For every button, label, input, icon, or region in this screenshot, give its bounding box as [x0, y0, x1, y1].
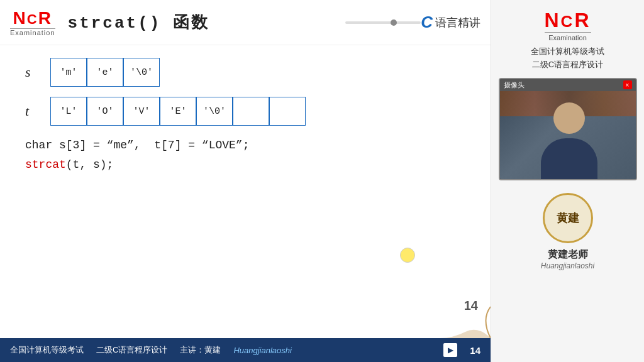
array-t-label: t	[25, 103, 50, 119]
header-logo: NCR Examination	[10, 8, 55, 36]
camera-title: 摄像头	[504, 80, 525, 90]
footer-page: 14	[470, 345, 480, 356]
code-section: char s[3] = “me”, t[7] = “LOVE”; strcat(…	[25, 136, 472, 174]
logo-ncr: NCR	[13, 8, 52, 28]
cell-t-4: '\0'	[196, 97, 233, 126]
avatar: 黄建	[543, 193, 593, 243]
play-button[interactable]	[443, 343, 457, 357]
avatar-section: 黄建 黄建老师 Huangjianlaoshi	[541, 193, 594, 270]
footer-text1: 全国计算机等级考试	[10, 344, 84, 356]
camera-close-button[interactable]: ×	[623, 80, 632, 89]
camera-feed	[500, 91, 637, 179]
cursor-indicator	[400, 248, 415, 263]
person-head	[553, 102, 585, 134]
cell-s-1: 'e'	[87, 58, 123, 87]
brand-c: C	[421, 13, 433, 32]
cell-s-0: 'm'	[50, 58, 87, 87]
array-s-cells: 'm' 'e' '\0'	[50, 58, 160, 87]
header: NCR Examination strcat() 函数 C 语言精讲	[0, 0, 491, 45]
footer-text3: 主讲：黄建	[180, 344, 221, 356]
header-title: strcat() 函数	[68, 11, 333, 33]
person-body	[541, 138, 597, 179]
teacher-name-en: Huangjianlaoshi	[541, 261, 594, 270]
brand-right: C 语言精讲	[421, 13, 480, 32]
camera-section: 摄像头 ×	[499, 78, 637, 180]
camera-titlebar: 摄像头 ×	[500, 79, 636, 91]
cell-t-0: 'L'	[50, 97, 87, 126]
sidebar-logo: NCR Examination	[545, 9, 591, 41]
sidebar: NCR Examination 全国计算机等级考试 二级C语言程序设计 摄像头 …	[491, 0, 644, 362]
sidebar-subtitle-line1: 全国计算机等级考试	[531, 45, 604, 58]
logo-examination: Examination	[10, 28, 55, 36]
code-line1: char s[3] = “me”, t[7] = “LOVE”;	[25, 136, 472, 155]
cell-t-6	[269, 97, 306, 126]
avatar-text: 黄建	[557, 211, 579, 226]
footer: 全国计算机等级考试 二级C语言程序设计 主讲：黄建 Huangjianlaosh…	[0, 338, 491, 362]
array-t-row: t 'L' 'O' 'V' 'E' '\0'	[25, 97, 472, 126]
brand-text: 语言精讲	[435, 15, 480, 30]
cell-s-2: '\0'	[123, 58, 160, 87]
content-area: s 'm' 'e' '\0' t 'L' 'O' 'V' 'E' '\0'	[0, 45, 491, 338]
slider-thumb[interactable]	[391, 19, 397, 26]
code-line2: strcat(t, s);	[25, 155, 472, 175]
array-s-row: s 'm' 'e' '\0'	[25, 58, 472, 87]
footer-text4: Huangjianlaoshi	[233, 346, 292, 355]
cell-t-2: 'V'	[123, 97, 160, 126]
code-strcat: strcat	[25, 158, 66, 171]
sidebar-logo-exam: Examination	[545, 32, 591, 41]
cell-t-5	[233, 97, 269, 126]
sidebar-subtitle-line2: 二级C语言程序设计	[531, 58, 604, 72]
footer-text2: 二级C语言程序设计	[96, 344, 167, 356]
sidebar-logo-ncr: NCR	[545, 9, 591, 32]
cell-t-1: 'O'	[87, 97, 123, 126]
array-s-label: s	[25, 64, 50, 80]
sidebar-subtitle: 全国计算机等级考试 二级C语言程序设计	[531, 45, 604, 72]
progress-slider[interactable]	[345, 21, 421, 24]
teacher-name: 黄建老师	[548, 248, 588, 261]
page-curl	[440, 288, 491, 338]
cell-t-3: 'E'	[160, 97, 196, 126]
main-area: NCR Examination strcat() 函数 C 语言精讲 s 'm'…	[0, 0, 491, 362]
code-args: (t, s);	[66, 158, 114, 171]
array-t-cells: 'L' 'O' 'V' 'E' '\0'	[50, 97, 306, 126]
title-text: strcat() 函数	[68, 14, 209, 33]
